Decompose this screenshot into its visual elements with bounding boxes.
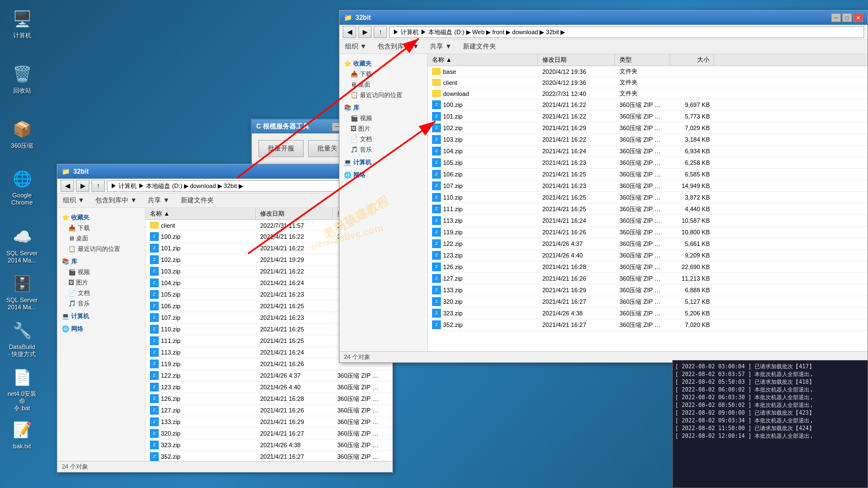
back-sidebar-recent[interactable]: 📋 最近访问的位置 (60, 244, 143, 254)
file-row[interactable]: Z 123.zip 2021/4/26 4:40 360压缩 ZIP 文件 9,… (145, 382, 392, 393)
file-row[interactable]: Z 122.zip 2021/4/26 4:37 360压缩 ZIP 文件 5,… (145, 370, 392, 382)
file-size: 11,213 KB (388, 406, 392, 415)
file-row[interactable]: Z 119.zip 2021/4/21 16:26 360压缩 ZIP 文件 1… (428, 227, 867, 238)
file-row[interactable]: Z 102.zip 2021/4/21 16:29 360压缩 ZIP 文件 7… (428, 122, 867, 134)
back-menu-share[interactable]: 共享 ▼ (144, 195, 172, 206)
desktop-icon-zip360[interactable]: 📦 360压缩 (3, 116, 41, 152)
file-date: 2021/4/26 4:40 (538, 251, 615, 260)
desktop-icon-baidu[interactable]: ☁️ SQL Server 2014 Ma... (3, 223, 41, 266)
file-row[interactable]: Z 107.zip 2021/4/21 16:23 360压缩 ZIP 文件 1… (428, 180, 867, 192)
back-sidebar-pictures[interactable]: 🖼 图片 (60, 277, 143, 288)
file-row[interactable]: Z 123.zip 2021/4/26 4:40 360压缩 ZIP 文件 9,… (428, 250, 867, 261)
back-col-name[interactable]: 名称 ▲ (145, 208, 256, 219)
file-name: Z 133.zip (428, 285, 538, 296)
front-menu-organize[interactable]: 组织 ▼ (342, 41, 370, 52)
back-sidebar-downloads[interactable]: 📥 下载 (60, 223, 143, 233)
back-menu-organize[interactable]: 组织 ▼ (60, 195, 88, 206)
back-menu-newfolder[interactable]: 新建文件夹 (177, 195, 217, 206)
front-back-btn[interactable]: ◀ (343, 26, 356, 38)
file-name: download (428, 89, 538, 98)
front-col-size[interactable]: 大小 (670, 54, 714, 66)
desktop-icon-recycle[interactable]: 🗑️ 回收站 (3, 61, 41, 96)
front-sidebar-downloads[interactable]: 📥 下载 (342, 69, 425, 79)
file-row[interactable]: Z 320.zip 2021/4/21 16:27 360压缩 ZIP 文件 5… (145, 428, 392, 439)
file-row[interactable]: Z 323.zip 2021/4/26 4:38 360压缩 ZIP 文件 5,… (428, 308, 867, 319)
desktop-icon-databuild[interactable]: 🔧 DataBuild- 快捷方式 (3, 317, 41, 360)
file-row[interactable]: Z 133.zip 2021/4/21 16:29 360压缩 ZIP 文件 6… (428, 285, 867, 296)
file-row[interactable]: Z 101.zip 2021/4/21 16:22 360压缩 ZIP 文件 5… (428, 111, 867, 122)
file-row[interactable]: client 2020/4/12 19:36 文件夹 (428, 77, 867, 88)
file-row[interactable]: Z 127.zip 2021/4/21 16:26 360压缩 ZIP 文件 1… (428, 273, 867, 285)
file-row[interactable]: Z 122.zip 2021/4/26 4:37 360压缩 ZIP 文件 5,… (428, 238, 867, 250)
front-sidebar-library: 📚 库 🎬 视频 🖼 图片 📄 文档 🎵 音乐 (342, 103, 425, 155)
file-row[interactable]: Z 100.zip 2021/4/21 16:22 360压缩 ZIP 文件 9… (428, 99, 867, 111)
desktop-icon-bak[interactable]: 📝 bak.txt (3, 416, 41, 452)
file-row[interactable]: Z 110.zip 2021/4/21 16:25 360压缩 ZIP 文件 3… (428, 192, 867, 203)
front-menu-share[interactable]: 共享 ▼ (427, 41, 455, 52)
file-row[interactable]: Z 127.zip 2021/4/21 16:26 360压缩 ZIP 文件 1… (145, 405, 392, 416)
back-sidebar-video[interactable]: 🎬 视频 (60, 267, 143, 277)
front-col-name[interactable]: 名称 ▲ (428, 54, 538, 66)
desktop-icon-net4[interactable]: 📄 net4.0安装命令.bat (3, 364, 41, 415)
front-sidebar-desktop[interactable]: 🖥 桌面 (342, 79, 425, 90)
back-network-header[interactable]: 🌐 网络 (60, 324, 143, 334)
back-back-btn[interactable]: ◀ (61, 180, 74, 192)
back-menu-addtolib[interactable]: 包含到库中 ▼ (92, 195, 140, 206)
file-row[interactable]: Z 106.zip 2021/4/21 16:25 360压缩 ZIP 文件 6… (428, 169, 867, 180)
back-library-header[interactable]: 📚 库 (60, 256, 143, 267)
front-menu-newfolder[interactable]: 新建文件夹 (460, 41, 499, 52)
back-sidebar-music[interactable]: 🎵 音乐 (60, 298, 143, 309)
front-network-header[interactable]: 🌐 网络 (342, 170, 425, 180)
front-up-btn[interactable]: ↑ (374, 26, 387, 38)
file-date: 2021/4/21 16:25 (256, 325, 333, 334)
file-row[interactable]: Z 126.zip 2021/4/21 16:28 360压缩 ZIP 文件 2… (428, 261, 867, 273)
back-sidebar-docs[interactable]: 📄 文档 (60, 288, 143, 298)
file-row[interactable]: Z 104.zip 2021/4/21 16:24 360压缩 ZIP 文件 6… (428, 146, 867, 157)
back-sidebar-desktop[interactable]: 🖥 桌面 (60, 233, 143, 244)
file-row[interactable]: Z 133.zip 2021/4/21 16:29 360压缩 ZIP 文件 6… (145, 416, 392, 428)
back-sidebar-library: 📚 库 🎬 视频 🖼 图片 📄 文档 🎵 音乐 (60, 256, 143, 309)
front-col-date[interactable]: 修改日期 (538, 54, 615, 66)
back-favorites-header[interactable]: ⭐ 收藏夹 (60, 212, 143, 223)
front-computer-header[interactable]: 💻 计算机 (342, 157, 425, 168)
file-size: 3,872 KB (670, 193, 714, 202)
file-row[interactable]: Z 105.zip 2021/4/21 16:23 360压缩 ZIP 文件 6… (428, 157, 867, 169)
file-type: 360压缩 ZIP 文件 (333, 382, 388, 393)
front-library-header[interactable]: 📚 库 (342, 103, 425, 113)
file-row[interactable]: Z 103.zip 2021/4/21 16:22 360压缩 ZIP 文件 3… (428, 134, 867, 146)
front-sidebar-music[interactable]: 🎵 音乐 (342, 144, 425, 155)
front-sidebar-pictures[interactable]: 🖼 图片 (342, 124, 425, 134)
back-col-date[interactable]: 修改日期 (256, 208, 333, 219)
batch-open-btn[interactable]: 批量开服 (258, 140, 304, 157)
desktop-icon-computer[interactable]: 🖥️ 计算机 (3, 6, 41, 41)
front-address-bar[interactable]: ▶ 计算机 ▶ 本地磁盘 (D:) ▶ Web ▶ front ▶ downlo… (389, 26, 864, 38)
front-sidebar-docs[interactable]: 📄 文档 (342, 134, 425, 144)
log-line: [ 2022-08-02 09:00:00 ] 已请求加载批次【423】 (675, 409, 865, 417)
file-size (670, 82, 714, 84)
file-row[interactable]: base 2020/4/12 19:36 文件夹 (428, 66, 867, 77)
front-sidebar-video[interactable]: 🎬 视频 (342, 113, 425, 124)
file-row[interactable]: download 2022/7/31 12:40 文件夹 (428, 88, 867, 99)
folder-icon-title: 📁 (62, 168, 70, 175)
front-menu-addtolib[interactable]: 包含到库中 ▼ (374, 41, 422, 52)
file-row[interactable]: Z 323.zip 2021/4/26 4:38 360压缩 ZIP 文件 5,… (145, 439, 392, 451)
front-sidebar-recent[interactable]: 📋 最近访问的位置 (342, 90, 425, 100)
desktop-icon-chrome[interactable]: 🌐 GoogleChrome (3, 165, 41, 208)
file-size: 14,949 KB (670, 181, 714, 190)
front-favorites-header[interactable]: ⭐ 收藏夹 (342, 58, 425, 69)
file-row[interactable]: Z 320.zip 2021/4/21 16:27 360压缩 ZIP 文件 5… (428, 296, 867, 308)
file-row[interactable]: Z 113.zip 2021/4/21 16:24 360压缩 ZIP 文件 1… (428, 215, 867, 227)
back-fwd-btn[interactable]: ▶ (76, 180, 89, 192)
front-max-btn[interactable]: □ (842, 13, 852, 22)
front-fwd-btn[interactable]: ▶ (358, 26, 371, 38)
file-row[interactable]: Z 126.zip 2021/4/21 16:28 360压缩 ZIP 文件 2… (145, 393, 392, 405)
desktop-icon-sqlserver[interactable]: 🗄️ SQL Server2014 Ma... (3, 270, 41, 313)
front-min-btn[interactable]: ─ (831, 13, 841, 22)
front-close-btn[interactable]: ✕ (853, 13, 863, 22)
front-col-type[interactable]: 类型 (615, 54, 670, 66)
back-up-btn[interactable]: ↑ (91, 180, 105, 192)
back-computer-header[interactable]: 💻 计算机 (60, 311, 143, 321)
file-row[interactable]: Z 352.zip 2021/4/21 16:27 360压缩 ZIP 文件 7… (428, 319, 867, 331)
file-row[interactable]: Z 352.zip 2021/4/21 16:27 360压缩 ZIP 文件 7… (145, 451, 392, 461)
file-row[interactable]: Z 111.zip 2021/4/21 16:25 360压缩 ZIP 文件 4… (428, 203, 867, 215)
